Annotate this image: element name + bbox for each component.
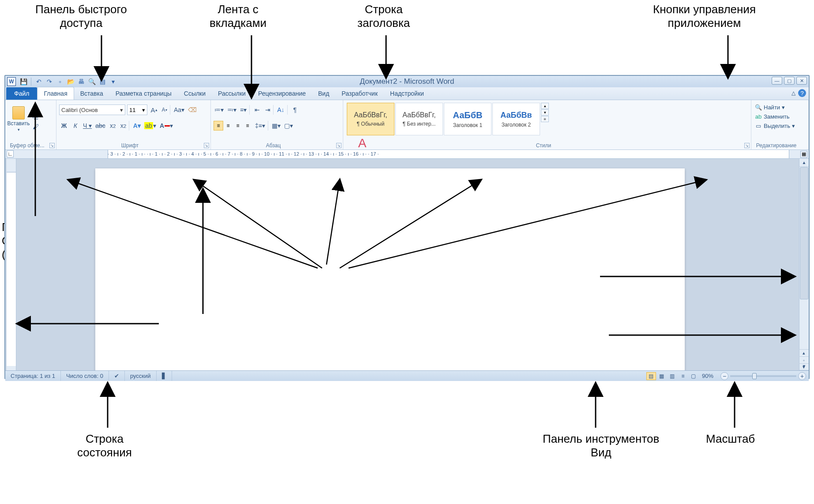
paste-button[interactable]: Вставить ▾ — [8, 102, 29, 136]
copy-icon[interactable]: ⿻ — [32, 113, 40, 120]
subscript-icon[interactable]: x2 — [108, 121, 118, 131]
qat-new-icon[interactable]: ▫ — [56, 78, 64, 86]
style-nospacing[interactable]: АаБбВвГг, ¶ Без интер... — [395, 103, 443, 135]
font-size-combo[interactable]: 11▾ — [127, 105, 147, 115]
minimize-button[interactable]: — — [772, 77, 782, 85]
styles-launcher[interactable]: ↘ — [744, 143, 750, 148]
vertical-scrollbar[interactable]: ▲ ▼ ▴ ◦ ▾ — [799, 159, 809, 370]
font-name-combo[interactable]: Calibri (Основ▾ — [59, 105, 125, 115]
find-button[interactable]: 🔍Найти ▾ — [754, 103, 806, 112]
tab-developer[interactable]: Разработчик — [335, 87, 384, 100]
zoom-percent[interactable]: 90% — [702, 373, 713, 379]
vertical-ruler[interactable] — [7, 159, 16, 370]
select-browse-object-icon[interactable]: ◦ — [799, 356, 809, 363]
bold-icon[interactable]: Ж — [59, 121, 69, 131]
align-justify-icon[interactable]: ≡ — [243, 121, 252, 131]
prev-object-icon[interactable]: ▴ — [799, 349, 809, 356]
style-down-icon[interactable]: ▾ — [541, 109, 549, 116]
status-insert-mode[interactable]: ▋ — [157, 371, 172, 381]
qat-customize-icon[interactable]: ▾ — [109, 78, 117, 86]
strike-icon[interactable]: abc — [94, 121, 106, 131]
indent-icon[interactable]: ⇥ — [264, 105, 274, 115]
replace-button[interactable]: abЗаменить — [754, 112, 806, 121]
tab-home[interactable]: Главная — [37, 87, 74, 100]
qat-preview-icon[interactable]: 🔍 — [88, 78, 96, 86]
qat-save-icon[interactable]: 💾 — [19, 78, 27, 86]
grow-font-icon[interactable]: A▴ — [149, 105, 159, 115]
style-more-icon[interactable]: ≡ — [541, 116, 549, 122]
zoom-out-button[interactable]: − — [720, 372, 728, 380]
italic-icon[interactable]: К — [71, 121, 80, 131]
outdent-icon[interactable]: ⇤ — [252, 105, 262, 115]
superscript-icon[interactable]: x2 — [120, 121, 129, 131]
next-object-icon[interactable]: ▾ — [799, 363, 809, 370]
style-up-icon[interactable]: ▴ — [541, 103, 549, 109]
scroll-up-icon[interactable]: ▲ — [799, 159, 809, 167]
align-right-icon[interactable]: ≡ — [233, 121, 243, 131]
font-launcher[interactable]: ↘ — [204, 143, 209, 148]
highlight-icon[interactable]: ab▾ — [143, 121, 157, 131]
style-normal[interactable]: АаБбВвГг, ¶ Обычный — [347, 103, 394, 135]
collapse-ribbon-icon[interactable]: △ — [791, 90, 795, 96]
document-page[interactable] — [95, 168, 685, 370]
view-outline-icon[interactable]: ≡ — [678, 372, 688, 380]
numbering-icon[interactable]: ≕▾ — [226, 105, 237, 115]
annot-window-controls: Кнопки управления приложением — [653, 3, 756, 30]
tab-mailings[interactable]: Рассылки — [212, 87, 252, 100]
ruler-toggle-icon[interactable]: ▦ — [800, 151, 807, 158]
align-center-icon[interactable]: ≡ — [223, 121, 233, 131]
paragraph-launcher[interactable]: ↘ — [336, 143, 341, 148]
tab-stop-selector[interactable]: ∟ — [7, 150, 14, 157]
status-language[interactable]: русский — [125, 371, 157, 381]
clear-format-icon[interactable]: ⌫ — [187, 105, 198, 115]
sort-icon[interactable]: A↓ — [276, 105, 287, 115]
tab-references[interactable]: Ссылки — [178, 87, 212, 100]
borders-icon[interactable]: ▢▾ — [283, 121, 294, 131]
line-spacing-icon[interactable]: ‡≡▾ — [254, 121, 268, 131]
qat-separator — [31, 78, 31, 86]
view-web-icon[interactable]: ▥ — [668, 372, 677, 380]
show-marks-icon[interactable]: ¶ — [290, 105, 300, 115]
format-painter-icon[interactable]: 🖌 — [32, 123, 40, 130]
status-proofing[interactable]: ✔ — [109, 371, 125, 381]
shrink-font-icon[interactable]: A▾ — [161, 105, 170, 115]
word-app-icon[interactable]: W — [7, 77, 16, 86]
tab-page-layout[interactable]: Разметка страницы — [109, 87, 178, 100]
qat-undo-icon[interactable]: ↶ — [35, 78, 43, 86]
change-case-icon[interactable]: Aa▾ — [173, 105, 185, 115]
bullets-icon[interactable]: ≔▾ — [214, 105, 225, 115]
cut-icon[interactable]: ✂ — [32, 104, 40, 111]
tab-review[interactable]: Рецензирование — [252, 87, 312, 100]
clipboard-launcher[interactable]: ↘ — [49, 143, 55, 148]
view-print-layout-icon[interactable]: ▤ — [646, 372, 656, 380]
maximize-button[interactable]: ▢ — [784, 77, 795, 85]
underline-icon[interactable]: Ч ▾ — [82, 121, 93, 131]
qat-print-icon[interactable]: 🖶 — [77, 78, 85, 86]
qat-quickprint-icon[interactable]: ▤ — [98, 78, 106, 86]
status-words[interactable]: Число слов: 0 — [61, 371, 109, 381]
tab-view[interactable]: Вид — [312, 87, 335, 100]
close-button[interactable]: ✕ — [796, 77, 807, 85]
style-heading2[interactable]: АаБбВв Заголовок 2 — [492, 103, 540, 135]
help-icon[interactable]: ? — [798, 89, 806, 97]
zoom-track[interactable] — [730, 375, 796, 377]
multilevel-icon[interactable]: ≡▾ — [239, 105, 250, 115]
tab-insert[interactable]: Вставка — [74, 87, 109, 100]
horizontal-ruler[interactable]: · 3 · ı · 2 · ı · 1 · ı · · ı · 1 · ı · … — [30, 150, 789, 159]
scroll-thumb[interactable] — [800, 167, 808, 299]
zoom-thumb[interactable] — [752, 373, 757, 379]
qat-redo-icon[interactable]: ↷ — [45, 78, 53, 86]
tab-addins[interactable]: Надстройки — [384, 87, 430, 100]
font-color-icon[interactable]: A▾ — [159, 121, 174, 131]
shading-icon[interactable]: ▦▾ — [271, 121, 281, 131]
status-page[interactable]: Страница: 1 из 1 — [5, 371, 61, 381]
qat-open-icon[interactable]: 📂 — [67, 78, 75, 86]
select-button[interactable]: ▭Выделить ▾ — [754, 121, 806, 131]
align-left-icon[interactable]: ≡ — [214, 121, 223, 131]
view-draft-icon[interactable]: ▢ — [689, 372, 698, 380]
zoom-in-button[interactable]: + — [798, 372, 806, 380]
text-effects-icon[interactable]: A▾ — [132, 121, 142, 131]
view-fullscreen-icon[interactable]: ▦ — [657, 372, 667, 380]
style-heading1[interactable]: АаБбВ Заголовок 1 — [444, 103, 491, 135]
tab-file[interactable]: Файл — [6, 87, 37, 100]
